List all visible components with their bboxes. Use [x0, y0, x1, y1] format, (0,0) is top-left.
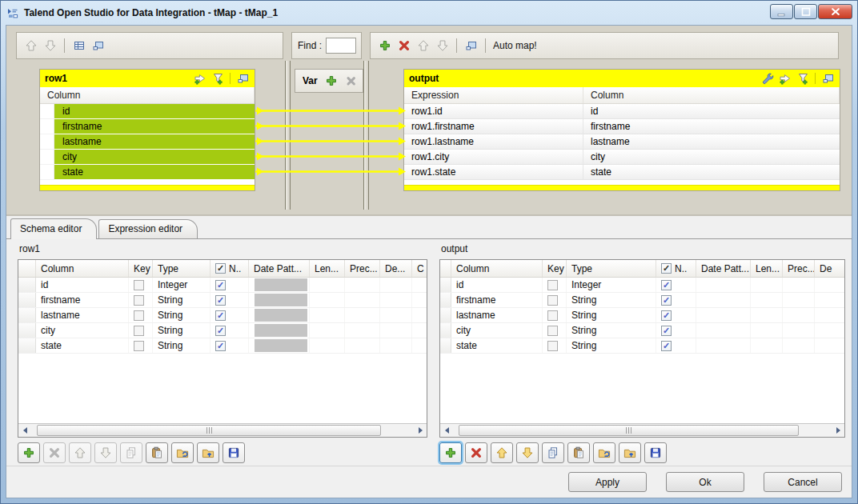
column-cell[interactable]: state: [583, 165, 840, 179]
titlebar[interactable]: Talend Open Studio for Data Integration …: [1, 1, 857, 25]
minimize-button[interactable]: [770, 4, 793, 19]
input-column-row[interactable]: lastname: [40, 134, 255, 150]
input-column-row[interactable]: state: [40, 165, 255, 180]
expression-cell[interactable]: row1.lastname: [404, 134, 583, 149]
export-schema-button[interactable]: [197, 442, 219, 463]
input-column-row[interactable]: firstname: [40, 119, 255, 134]
add-filter-icon[interactable]: [210, 72, 224, 86]
nullable-checkbox[interactable]: [661, 310, 672, 321]
remove-output-button[interactable]: [397, 39, 411, 53]
key-checkbox[interactable]: [547, 295, 558, 306]
nullable-checkbox[interactable]: [661, 280, 672, 290]
add-output-button[interactable]: [378, 39, 391, 53]
output-row[interactable]: row1.idid: [404, 104, 840, 119]
add-var-button[interactable]: [325, 74, 338, 88]
key-checkbox[interactable]: [134, 341, 144, 351]
maximize-button[interactable]: [794, 4, 817, 19]
input-column-cell[interactable]: city: [54, 150, 255, 165]
move-column-up-button[interactable]: [491, 442, 513, 463]
key-checkbox[interactable]: [547, 310, 558, 321]
minimize-table-icon[interactable]: [821, 72, 835, 86]
expression-cell[interactable]: row1.id: [404, 104, 583, 118]
close-button[interactable]: [818, 4, 852, 19]
output-settings-icon[interactable]: [760, 72, 774, 86]
key-checkbox[interactable]: [547, 326, 558, 336]
schema-row[interactable]: firstnameString: [440, 293, 844, 308]
minimize-table-icon[interactable]: [236, 72, 250, 86]
export-schema-button[interactable]: [619, 442, 641, 463]
key-checkbox[interactable]: [134, 326, 144, 336]
column-cell[interactable]: lastname: [583, 134, 840, 149]
key-checkbox[interactable]: [134, 280, 144, 290]
select-all-nullable-checkbox[interactable]: [215, 263, 226, 274]
import-schema-button[interactable]: [171, 442, 194, 463]
schema-row[interactable]: firstnameString: [18, 293, 427, 308]
scrollbar-track[interactable]: [454, 424, 831, 437]
save-schema-button[interactable]: [223, 442, 245, 463]
remove-var-button[interactable]: [345, 74, 358, 88]
scroll-left-button[interactable]: [18, 424, 32, 437]
tab-schema-editor[interactable]: Schema editor: [10, 218, 97, 239]
nullable-checkbox[interactable]: [215, 326, 226, 336]
column-cell[interactable]: city: [583, 150, 840, 164]
key-checkbox[interactable]: [134, 295, 144, 306]
output-row[interactable]: row1.citycity: [404, 150, 840, 165]
add-column-button[interactable]: [18, 442, 40, 463]
scrollbar-thumb[interactable]: [459, 425, 799, 436]
nullable-checkbox[interactable]: [215, 295, 226, 306]
output-row[interactable]: row1.lastnamelastname: [404, 134, 840, 150]
key-checkbox[interactable]: [547, 280, 558, 290]
add-input-entry-icon[interactable]: [193, 72, 206, 86]
import-schema-button[interactable]: [593, 442, 615, 463]
find-input[interactable]: [326, 38, 356, 54]
splitter-left[interactable]: [285, 61, 291, 210]
minimize-panels-button[interactable]: [464, 39, 478, 53]
horizontal-scrollbar[interactable]: [440, 423, 844, 437]
splitter-right[interactable]: [363, 61, 369, 210]
save-schema-button[interactable]: [644, 442, 667, 463]
input-column-cell[interactable]: state: [54, 165, 255, 180]
schema-row[interactable]: stateString: [18, 338, 427, 354]
paste-column-button[interactable]: [146, 442, 168, 463]
column-cell[interactable]: id: [583, 104, 840, 118]
input-column-cell[interactable]: id: [54, 104, 255, 119]
expression-cell[interactable]: row1.firstname: [404, 119, 583, 134]
nullable-checkbox[interactable]: [215, 341, 226, 351]
nullable-checkbox[interactable]: [661, 341, 672, 351]
remove-column-button[interactable]: [465, 442, 487, 463]
auto-map-button[interactable]: Auto map!: [493, 40, 537, 51]
scroll-right-button[interactable]: [413, 424, 427, 437]
nullable-checkbox[interactable]: [215, 280, 226, 290]
output-row[interactable]: row1.firstnamefirstname: [404, 119, 840, 134]
input-column-cell[interactable]: firstname: [54, 119, 255, 134]
copy-column-button[interactable]: [542, 442, 564, 463]
expression-cell[interactable]: row1.city: [404, 150, 583, 164]
add-output-filter-icon[interactable]: [796, 72, 809, 86]
add-column-button[interactable]: [439, 442, 462, 463]
output-row[interactable]: row1.statestate: [404, 165, 840, 180]
table-view-button[interactable]: [72, 39, 86, 53]
schema-row[interactable]: cityString: [18, 323, 427, 338]
nullable-checkbox[interactable]: [661, 326, 672, 336]
nullable-checkbox[interactable]: [215, 310, 226, 321]
select-all-nullable-checkbox[interactable]: [661, 263, 672, 274]
input-column-cell[interactable]: lastname: [54, 134, 255, 150]
expression-cell[interactable]: row1.state: [404, 165, 583, 179]
key-checkbox[interactable]: [547, 341, 558, 351]
schema-row[interactable]: lastnameString: [440, 308, 844, 323]
column-cell[interactable]: firstname: [583, 119, 840, 134]
add-output-entry-icon[interactable]: [778, 72, 792, 86]
ok-button[interactable]: Ok: [666, 472, 744, 492]
key-checkbox[interactable]: [134, 310, 144, 321]
scroll-left-button[interactable]: [440, 424, 454, 437]
schema-row[interactable]: idInteger: [18, 278, 427, 293]
tab-expression-editor[interactable]: Expression editor: [98, 219, 198, 238]
schema-row[interactable]: idInteger: [440, 278, 844, 293]
paste-column-button[interactable]: [567, 442, 590, 463]
apply-button[interactable]: Apply: [568, 472, 647, 492]
minimize-panel-button[interactable]: [91, 39, 105, 53]
input-column-row[interactable]: id: [40, 104, 255, 119]
move-column-down-button[interactable]: [516, 442, 539, 463]
horizontal-scrollbar[interactable]: [18, 423, 427, 437]
scrollbar-thumb[interactable]: [37, 425, 381, 436]
